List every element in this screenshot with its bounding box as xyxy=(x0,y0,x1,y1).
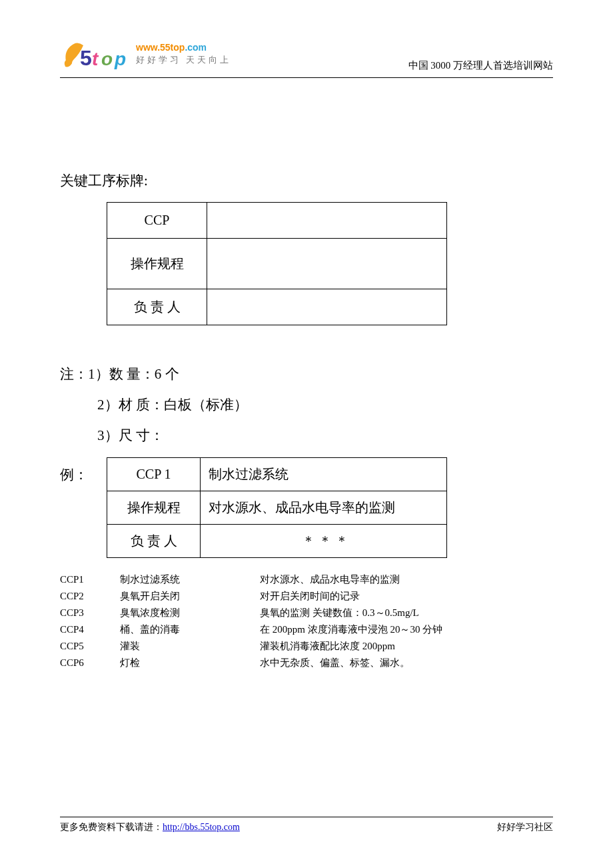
ccp-list: CCP1 制水过滤系统 对水源水、成品水电导率的监测 CCP2 臭氧开启关闭 对… xyxy=(60,571,553,671)
ccp-name: 灌装 xyxy=(120,638,260,655)
table2-row1-label: CCP 1 xyxy=(107,458,201,491)
ccp-name: 臭氧开启关闭 xyxy=(120,588,260,605)
table1-row1-value xyxy=(207,203,447,239)
section-title: 关键工序标牌: xyxy=(60,171,553,190)
ccp-desc: 臭氧的监测 关键数值：0.3～0.5mg/L xyxy=(260,605,419,621)
footer-right: 好好学习社区 xyxy=(497,821,553,833)
ccp-id: CCP4 xyxy=(60,621,120,638)
footer-left-prefix: 更多免费资料下载请进： xyxy=(60,822,163,832)
note-line-1: 注：1）数 量：6 个 xyxy=(60,359,553,389)
ccp-desc: 灌装机消毒液配比浓度 200ppm xyxy=(260,638,395,655)
example-ccp-table: CCP 1 制水过滤系统 操作规程 对水源水、成品水电导率的监测 负 责 人 ＊… xyxy=(107,457,447,558)
list-item: CCP6 灯检 水中无杂质、偏盖、标签、漏水。 xyxy=(60,655,553,671)
note-line-3: 3）尺 寸： xyxy=(60,420,164,451)
footer-left: 更多免费资料下载请进：http://bbs.55top.com xyxy=(60,821,240,833)
ccp-id: CCP2 xyxy=(60,588,120,605)
list-item: CCP3 臭氧浓度检测 臭氧的监测 关键数值：0.3～0.5mg/L xyxy=(60,605,553,621)
ccp-name: 灯检 xyxy=(120,655,260,671)
ccp-desc: 对水源水、成品水电导率的监测 xyxy=(260,571,400,588)
table2-row1-value: 制水过滤系统 xyxy=(201,458,447,491)
ccp-name: 制水过滤系统 xyxy=(120,571,260,588)
header-tagline: 中国 3000 万经理人首选培训网站 xyxy=(408,59,554,73)
ccp-id: CCP1 xyxy=(60,571,120,588)
logo-slogan: 好好学习 天天向上 xyxy=(136,54,231,66)
ccp-name: 臭氧浓度检测 xyxy=(120,605,260,621)
ccp-id: CCP6 xyxy=(60,655,120,671)
table1-row2-value xyxy=(207,239,447,289)
list-item: CCP1 制水过滤系统 对水源水、成品水电导率的监测 xyxy=(60,571,553,588)
list-item: CCP2 臭氧开启关闭 对开启关闭时间的记录 xyxy=(60,588,553,605)
svg-text:p: p xyxy=(114,49,126,69)
logo: 5 t o p www.55top.com 好好学习 天天向上 xyxy=(60,33,231,73)
table1-row2-label: 操作规程 xyxy=(107,239,207,289)
svg-text:o: o xyxy=(101,49,113,69)
table2-row3-value: ＊ ＊ ＊ xyxy=(201,525,447,558)
table2-row2-label: 操作规程 xyxy=(107,491,201,525)
list-item: CCP5 灌装 灌装机消毒液配比浓度 200ppm xyxy=(60,638,553,655)
ccp-desc: 对开启关闭时间的记录 xyxy=(260,588,360,605)
ccp-id: CCP3 xyxy=(60,605,120,621)
note-line-2: 2）材 质：白板（标准） xyxy=(60,389,248,420)
svg-text:5: 5 xyxy=(80,46,92,70)
logo-icon: 5 t o p xyxy=(60,33,133,73)
table2-row2-value: 对水源水、成品水电导率的监测 xyxy=(201,491,447,525)
logo-url: www.55top xyxy=(136,42,185,53)
svg-text:t: t xyxy=(92,49,99,69)
table1-row3-value xyxy=(207,289,447,325)
list-item: CCP4 桶、盖的消毒 在 200ppm 浓度消毒液中浸泡 20～30 分钟 xyxy=(60,621,553,638)
logo-url-suffix: .com xyxy=(185,42,207,53)
table1-row1-label: CCP xyxy=(107,203,207,239)
ccp-desc: 在 200ppm 浓度消毒液中浸泡 20～30 分钟 xyxy=(260,621,442,638)
blank-ccp-table: CCP 操作规程 负 责 人 xyxy=(107,202,447,325)
page-header: 5 t o p www.55top.com 好好学习 天天向上 中国 3000 … xyxy=(60,33,553,78)
notes: 注：1）数 量：6 个 2）材 质：白板（标准） 3）尺 寸： xyxy=(60,359,553,451)
table2-row3-label: 负 责 人 xyxy=(107,525,201,558)
ccp-desc: 水中无杂质、偏盖、标签、漏水。 xyxy=(260,655,410,671)
ccp-id: CCP5 xyxy=(60,638,120,655)
footer-link[interactable]: http://bbs.55top.com xyxy=(163,822,240,832)
logo-text: www.55top.com 好好学习 天天向上 xyxy=(136,41,231,66)
example-block: 例： CCP 1 制水过滤系统 操作规程 对水源水、成品水电导率的监测 负 责 … xyxy=(60,457,553,558)
table1-row3-label: 负 责 人 xyxy=(107,289,207,325)
example-label: 例： xyxy=(60,457,107,484)
page-footer: 更多免费资料下载请进：http://bbs.55top.com 好好学习社区 xyxy=(60,817,553,833)
ccp-name: 桶、盖的消毒 xyxy=(120,621,260,638)
